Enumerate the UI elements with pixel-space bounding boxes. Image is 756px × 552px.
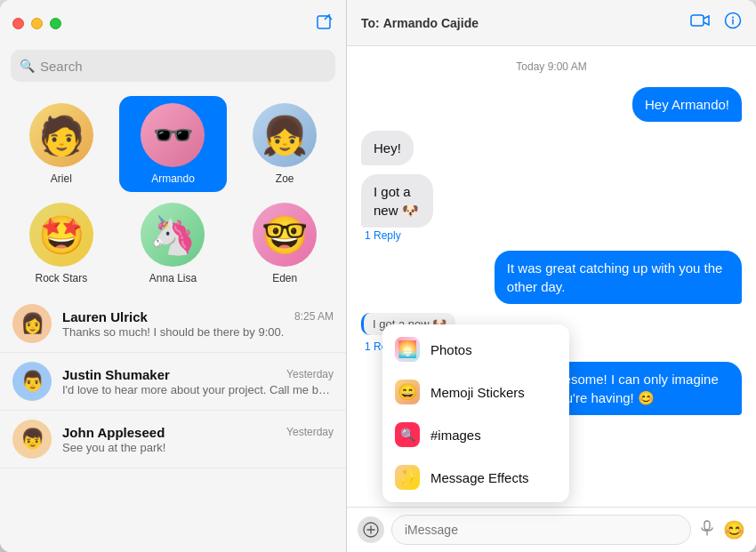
sidebar: 🔍 Search 🧑 Ariel 🕶️ Armando — [0, 0, 347, 552]
recipient-name: Armando Cajide — [383, 16, 479, 30]
pinned-contact-ariel[interactable]: 🧑 Ariel — [7, 96, 116, 192]
conversation-item-justin[interactable]: 👨 Justin Shumaker Yesterday I'd love to … — [0, 353, 346, 411]
popup-item-effects[interactable]: ✨ Message Effects — [382, 456, 569, 499]
message-bubble-m4: It was great catching up with you the ot… — [495, 251, 742, 304]
popup-label-photos: Photos — [430, 342, 472, 357]
conversation-time-john: Yesterday — [286, 426, 334, 438]
pinned-contact-eden[interactable]: 🤓 Eden — [230, 196, 339, 292]
message-timestamp: Today 9:00 AM — [361, 60, 742, 73]
avatar-justin: 👨 — [12, 362, 52, 401]
avatar-armando: 🕶️ — [141, 103, 205, 167]
conversation-time-justin: Yesterday — [286, 368, 334, 380]
svg-point-3 — [732, 17, 734, 19]
compose-button[interactable] — [316, 14, 334, 32]
search-bar[interactable]: 🔍 Search — [11, 50, 335, 82]
svg-rect-1 — [691, 15, 704, 26]
message-row-m3: I got a new 🐶 1 Reply — [361, 174, 742, 242]
avatar-zoe: 👧 — [253, 103, 317, 167]
conversation-item-lauren[interactable]: 👩 Lauren Ulrick 8:25 AM Thanks so much! … — [0, 295, 346, 353]
popup-item-images[interactable]: 🔍 #images — [382, 413, 569, 456]
apps-button[interactable] — [358, 516, 384, 543]
pinned-contacts-grid: 🧑 Ariel 🕶️ Armando 👧 Zoe � — [0, 89, 346, 295]
memoji-icon: 😄 — [395, 380, 420, 404]
conversation-item-john[interactable]: 👦 John Appleseed Yesterday See you at th… — [0, 411, 346, 468]
minimize-button[interactable] — [31, 18, 43, 29]
popup-label-memoji: Memoji Stickers — [430, 385, 525, 400]
close-button[interactable] — [12, 18, 24, 29]
input-right-icons: 😊 — [698, 519, 745, 541]
app-window: 🔍 Search 🧑 Ariel 🕶️ Armando — [0, 0, 756, 552]
popup-label-images: #images — [430, 428, 481, 443]
reply-link-m3[interactable]: 1 Reply — [365, 229, 401, 242]
pinned-label-zoe: Zoe — [276, 172, 294, 185]
popup-label-effects: Message Effects — [430, 470, 529, 485]
svg-rect-5 — [704, 521, 710, 530]
search-placeholder: Search — [40, 59, 83, 74]
emoji-button[interactable]: 😊 — [723, 519, 745, 540]
pinned-contact-anna-lisa[interactable]: 🦄 Anna Lisa — [119, 196, 228, 292]
conversation-time-lauren: 8:25 AM — [294, 310, 334, 323]
popup-item-memoji[interactable]: 😄 Memoji Stickers — [382, 371, 569, 413]
sidebar-titlebar — [0, 0, 346, 46]
chat-panel: To: Armando Cajide — [347, 0, 756, 552]
svg-rect-0 — [318, 16, 330, 28]
message-row-m1: Hey Armando! — [361, 87, 742, 122]
input-row: 😊 — [358, 515, 745, 545]
avatar-john: 👦 — [12, 420, 52, 459]
avatar-anna-lisa: 🦄 — [141, 203, 205, 267]
traffic-lights — [12, 18, 61, 29]
popup-menu: 🌅 Photos 😄 Memoji Stickers 🔍 #images ✨ M… — [382, 324, 569, 502]
avatar-rock-stars: 🤩 — [29, 203, 93, 267]
conversation-preview-john: See you at the park! — [62, 441, 334, 454]
pinned-label-eden: Eden — [272, 272, 297, 284]
conversation-content-lauren: Lauren Ulrick 8:25 AM Thanks so much! I … — [62, 309, 334, 339]
avatar-ariel: 🧑 — [29, 103, 93, 167]
imessage-input[interactable] — [391, 515, 691, 545]
pinned-contact-armando[interactable]: 🕶️ Armando — [119, 96, 228, 192]
conversation-preview-lauren: Thanks so much! I should be there by 9:0… — [62, 325, 334, 339]
pinned-label-ariel: Ariel — [51, 172, 72, 185]
chat-input-area: 🌅 Photos 😄 Memoji Stickers 🔍 #images ✨ M… — [347, 507, 756, 552]
avatar-eden: 🤓 — [253, 203, 317, 267]
chat-recipient-label: To: Armando Cajide — [361, 16, 479, 30]
conversation-name-lauren: Lauren Ulrick — [62, 309, 148, 324]
conversation-content-john: John Appleseed Yesterday See you at the … — [62, 425, 334, 454]
popup-item-photos[interactable]: 🌅 Photos — [382, 328, 569, 371]
message-bubble-m2: Hey! — [361, 131, 414, 165]
search-icon: 🔍 — [20, 59, 35, 73]
message-row-m2: Hey! — [361, 131, 742, 165]
effects-icon: ✨ — [395, 465, 420, 490]
pinned-contact-rock-stars[interactable]: 🤩 Rock Stars — [7, 196, 116, 292]
pinned-label-anna-lisa: Anna Lisa — [149, 272, 197, 284]
avatar-lauren: 👩 — [12, 304, 52, 343]
video-call-icon[interactable] — [690, 13, 710, 32]
maximize-button[interactable] — [50, 18, 61, 29]
pinned-label-rock-stars: Rock Stars — [35, 272, 87, 284]
audio-input-icon[interactable] — [698, 519, 716, 541]
message-row-m4: It was great catching up with you the ot… — [361, 251, 742, 304]
photos-icon: 🌅 — [395, 337, 420, 362]
message-bubble-m1: Hey Armando! — [632, 87, 742, 122]
conversation-name-john: John Appleseed — [62, 425, 165, 440]
message-bubble-m3: I got a new 🐶 — [361, 174, 433, 228]
chat-header: To: Armando Cajide — [347, 0, 756, 46]
info-icon[interactable] — [724, 12, 742, 34]
pinned-contact-zoe[interactable]: 👧 Zoe — [230, 96, 339, 192]
conversation-list: 👩 Lauren Ulrick 8:25 AM Thanks so much! … — [0, 295, 346, 552]
conversation-name-justin: Justin Shumaker — [62, 367, 170, 382]
pinned-label-armando: Armando — [151, 172, 195, 185]
conversation-preview-justin: I'd love to hear more about your project… — [62, 383, 334, 396]
conversation-content-justin: Justin Shumaker Yesterday I'd love to he… — [62, 367, 334, 396]
images-icon: 🔍 — [395, 422, 420, 447]
chat-header-icons — [690, 12, 742, 34]
to-label: To: — [361, 16, 380, 30]
